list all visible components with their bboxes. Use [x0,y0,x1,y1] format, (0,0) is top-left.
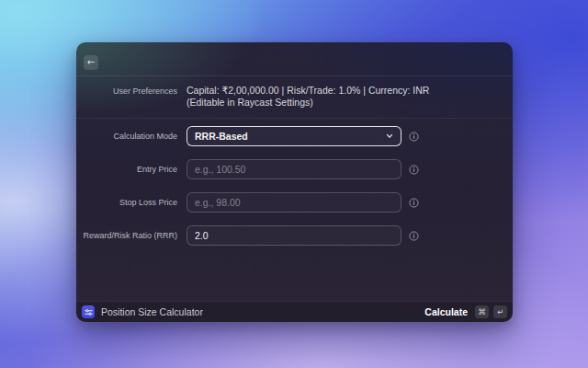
preferences-value-line1: Capital: ₹2,00,000.00 | Risk/Trade: 1.0%… [187,85,498,97]
stop-loss-price-label: Stop Loss Price [76,197,177,208]
user-preferences-label: User Preferences [76,85,177,118]
window-titlebar: ← [76,42,513,76]
calculation-mode-row: Calculation Mode RRR-Based [76,126,513,146]
entry-price-input[interactable] [187,159,401,179]
user-preferences-value: Capital: ₹2,00,000.00 | Risk/Trade: 1.0%… [187,85,498,118]
stop-loss-price-row: Stop Loss Price [76,192,513,213]
reward-risk-ratio-input[interactable] [187,225,401,246]
action-bar: Position Size Calculator Calculate ⌘ ↵ [76,301,513,322]
reward-risk-ratio-row: Reward/Risk Ratio (RRR) [76,225,513,246]
raycast-window: ← User Preferences Capital: ₹2,00,000.00… [76,42,513,322]
calculation-mode-dropdown[interactable]: RRR-Based [187,126,401,146]
info-icon[interactable] [409,198,419,208]
info-icon[interactable] [409,231,419,241]
preferences-value-line2: (Editable in Raycast Settings) [187,97,498,109]
calculation-mode-value: RRR-Based [195,131,248,142]
extension-title: Position Size Calculator [101,306,203,317]
cmd-key-icon: ⌘ [475,305,489,318]
chevron-down-icon [386,133,393,139]
position-size-form: Calculation Mode RRR-Based Entry Pr [76,119,513,246]
calculate-label: Calculate [424,306,468,317]
entry-price-row: Entry Price [76,159,513,179]
calculation-mode-label: Calculation Mode [76,131,177,142]
info-icon[interactable] [409,165,419,175]
reward-risk-ratio-label: Reward/Risk Ratio (RRR) [76,230,177,241]
back-button[interactable]: ← [84,55,98,70]
return-key-icon: ↵ [493,305,507,318]
calculate-button[interactable]: Calculate ⌘ ↵ [424,305,507,318]
back-arrow-icon: ← [87,58,95,67]
stop-loss-price-input[interactable] [187,192,401,213]
desktop-background: ← User Preferences Capital: ₹2,00,000.00… [0,0,588,368]
info-icon[interactable] [409,132,419,142]
user-preferences-row: User Preferences Capital: ₹2,00,000.00 |… [76,76,513,119]
sliders-icon [82,305,95,318]
entry-price-label: Entry Price [76,164,177,175]
